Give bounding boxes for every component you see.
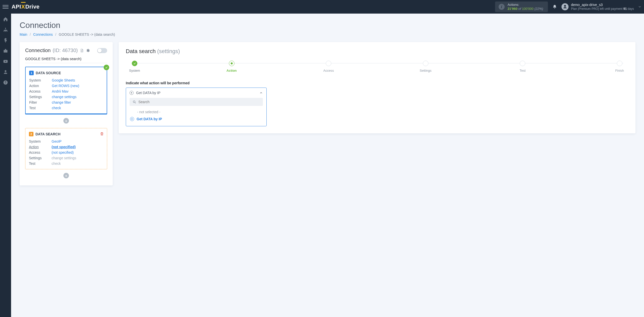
bell-icon[interactable] [552,5,557,9]
search-input[interactable] [138,100,260,104]
svg-point-1 [5,70,7,72]
option-not-selected[interactable]: - not selected - [130,108,263,115]
step-test[interactable]: Test [514,61,531,72]
dropdown-selected: Get DATA by IP [136,91,160,95]
breadcrumb: Main / Connections / GOOGLE SHEETS -> (d… [20,32,635,36]
check-icon [104,65,109,70]
home-icon[interactable] [3,17,8,22]
briefcase-icon[interactable] [3,48,8,53]
settings-subtitle: (settings) [157,48,180,54]
logo[interactable]: API X Drive [12,4,39,10]
panel-id: (ID: 46730) [53,48,78,53]
logo-text-drive: Drive [25,4,40,10]
crumb-current: GOOGLE SHEETS -> (data search) [59,32,115,36]
option-get-data[interactable]: Get DATA by IP [130,115,263,123]
actions-label: Actions: [508,3,543,7]
svg-point-3 [133,101,135,103]
dsr-system[interactable]: GeoIP [52,139,103,143]
data-source-block[interactable]: 1 DATA SOURCE SystemGoogle Sheets Action… [25,67,107,114]
action-dropdown[interactable]: Get DATA by IP - not selected - Get DATA… [126,88,267,126]
play-icon [130,91,134,95]
connection-panel: Connection (ID: 46730) GOOGLE SHEETS -> … [20,42,113,185]
ds-settings[interactable]: change settings [52,95,103,99]
ds-action[interactable]: Get ROWS (new) [52,84,103,88]
avatar-icon [561,3,569,10]
data-search-block[interactable]: 2 DATA SEARCH SystemGeoIP Action(not spe… [25,128,107,169]
block-number: 1 [29,71,34,75]
step-finish[interactable]: Finish [611,61,628,72]
crumb-main[interactable]: Main [20,32,27,36]
settings-panel: Data search (settings) System Action Acc… [119,42,635,133]
page-title: Connection [20,21,635,30]
dropdown-search[interactable] [130,98,263,106]
stepper: System Action Access Settings Test Finis… [126,61,628,72]
panel-title: Connection [25,48,51,53]
chevron-down-icon [638,5,641,9]
add-block-button-2[interactable]: + [63,173,69,178]
ds-test[interactable]: check [52,106,103,110]
block-title-text: DATA SEARCH [35,132,60,136]
actions-chip[interactable]: i Actions: 21'960 of 100'000 (22%) [495,2,548,12]
menu-toggle[interactable] [3,4,9,10]
help-icon[interactable] [3,80,8,85]
dsr-settings: change settings [52,156,103,160]
panel-subtitle: GOOGLE SHEETS -> (data search) [25,57,107,63]
step-settings[interactable]: Settings [417,61,434,72]
info-icon: i [499,4,505,10]
svg-line-4 [135,102,136,103]
logo-text-x: X [21,4,25,10]
youtube-icon[interactable] [3,59,8,64]
add-block-button[interactable]: + [63,118,69,124]
user-name: demo_apix-drive_s3 [571,3,634,7]
left-rail [0,14,11,192]
step-action[interactable]: Action [223,61,240,72]
step-system[interactable]: System [126,61,143,72]
dsr-action[interactable]: (not specified) [52,145,103,149]
step-access[interactable]: Access [320,61,337,72]
block-number: 2 [29,132,33,136]
trash-icon[interactable] [100,132,104,136]
crumb-connections[interactable]: Connections [33,32,53,36]
user-icon[interactable] [3,69,8,74]
search-icon [133,100,136,104]
dsr-access[interactable]: (not specified) [52,150,103,154]
dropdown-body: - not selected - Get DATA by IP [126,98,266,126]
logo-text-api: API [12,4,21,10]
dollar-icon[interactable] [3,38,8,43]
sitemap-icon[interactable] [3,27,8,32]
ds-system[interactable]: Google Sheets [52,78,103,82]
play-icon [130,117,134,121]
settings-title: Data search [126,48,157,54]
ds-access[interactable]: Andrii Mav [52,89,103,93]
dsr-test: check [52,162,103,166]
gear-icon[interactable] [86,49,90,53]
user-plan: Plan |Premium PRO| left until payment 91… [571,7,634,11]
connection-toggle[interactable] [97,48,107,53]
document-icon[interactable] [80,49,84,53]
top-bar: API X Drive i Actions: 21'960 of 100'000… [0,0,644,14]
chevron-up-icon [259,91,263,95]
field-label: Indicate what action will be performed [126,81,628,85]
user-menu[interactable]: demo_apix-drive_s3 Plan |Premium PRO| le… [561,3,641,11]
ds-filter[interactable]: change filter [52,100,103,104]
main-content: Connection Main / Connections / GOOGLE S… [11,14,644,192]
dropdown-toggle[interactable]: Get DATA by IP [126,88,266,98]
block-title-text: DATA SOURCE [36,71,61,75]
actions-values: 21'960 of 100'000 (22%) [508,7,543,11]
